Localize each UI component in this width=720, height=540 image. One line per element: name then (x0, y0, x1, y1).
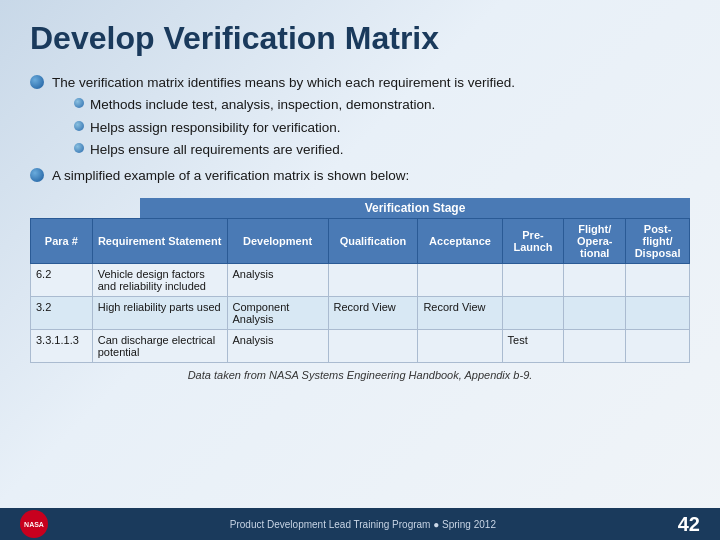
program-label: Product Development Lead Training Progra… (230, 519, 496, 530)
footnote: Data taken from NASA Systems Engineering… (30, 369, 690, 381)
row2-para: 3.2 (31, 297, 93, 330)
verification-table: Para # Requirement Statement Development… (30, 218, 690, 363)
sub-bullet-1-1: Methods include test, analysis, inspecti… (74, 95, 515, 115)
row2-post (626, 297, 690, 330)
sub-bullet-icon (74, 98, 84, 108)
row3-post (626, 330, 690, 363)
header-qualification: Qualification (328, 219, 418, 264)
row3-qual (328, 330, 418, 363)
sub-bullet-icon (74, 121, 84, 131)
slide-title: Develop Verification Matrix (30, 20, 690, 57)
slide: Develop Verification Matrix The verifica… (0, 0, 720, 540)
row3-flight (564, 330, 626, 363)
row1-flight (564, 264, 626, 297)
row3-req: Can discharge electrical potential (92, 330, 227, 363)
row2-accept: Record View (418, 297, 502, 330)
row3-accept (418, 330, 502, 363)
table-header-row: Para # Requirement Statement Development… (31, 219, 690, 264)
header-development: Development (227, 219, 328, 264)
table-row: 6.2 Vehicle design factors and reliabili… (31, 264, 690, 297)
row2-dev: Component Analysis (227, 297, 328, 330)
row1-para: 6.2 (31, 264, 93, 297)
row1-qual (328, 264, 418, 297)
sub-bullets-1: Methods include test, analysis, inspecti… (74, 95, 515, 160)
nasa-logo: NASA (20, 510, 48, 538)
row2-prelaunch (502, 297, 564, 330)
row2-flight (564, 297, 626, 330)
row3-para: 3.3.1.1.3 (31, 330, 93, 363)
header-para: Para # (31, 219, 93, 264)
table-section: Verification Stage Para # Requirement St… (30, 198, 690, 363)
row3-dev: Analysis (227, 330, 328, 363)
bottom-bar: NASA Product Development Lead Training P… (0, 508, 720, 540)
page-number: 42 (678, 513, 700, 536)
row2-req: High reliability parts used (92, 297, 227, 330)
sub-bullet-1-2: Helps assign responsibility for verifica… (74, 118, 515, 138)
sub-bullet-icon (74, 143, 84, 153)
header-post: Post-flight/ Disposal (626, 219, 690, 264)
table-row: 3.2 High reliability parts used Componen… (31, 297, 690, 330)
row1-req: Vehicle design factors and reliability i… (92, 264, 227, 297)
table-row: 3.3.1.1.3 Can discharge electrical poten… (31, 330, 690, 363)
bullet-1: The verification matrix identifies means… (30, 73, 690, 162)
bottom-left: NASA (20, 510, 48, 538)
sub-bullet-1-3: Helps ensure all requirements are verifi… (74, 140, 515, 160)
bullet-1-text: The verification matrix identifies means… (52, 73, 515, 162)
row1-dev: Analysis (227, 264, 328, 297)
header-acceptance: Acceptance (418, 219, 502, 264)
verification-stage-header: Verification Stage (140, 198, 690, 218)
header-flight: Flight/ Opera-tional (564, 219, 626, 264)
header-requirement: Requirement Statement (92, 219, 227, 264)
row3-prelaunch: Test (502, 330, 564, 363)
bullet-icon-1 (30, 75, 44, 89)
row1-accept (418, 264, 502, 297)
bullet-icon-2 (30, 168, 44, 182)
header-prelaunch: Pre-Launch (502, 219, 564, 264)
row1-post (626, 264, 690, 297)
content-area: The verification matrix identifies means… (30, 73, 690, 186)
bullet-2: A simplified example of a verification m… (30, 166, 690, 186)
row1-prelaunch (502, 264, 564, 297)
row2-qual: Record View (328, 297, 418, 330)
